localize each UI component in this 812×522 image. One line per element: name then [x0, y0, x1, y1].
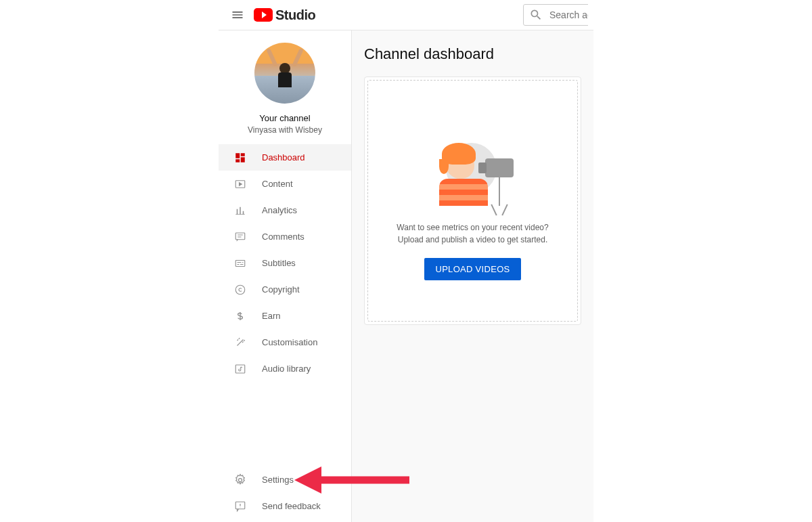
top-bar: Studio [219, 0, 593, 30]
main-panel: Channel dashboard [352, 30, 593, 522]
analytics-icon [233, 204, 247, 217]
nav-label: Copyright [262, 284, 300, 295]
svg-rect-2 [235, 260, 245, 266]
channel-avatar[interactable] [254, 43, 315, 104]
sidebar-item-audio-library[interactable]: Audio library [219, 355, 351, 382]
nav-list: Dashboard Content Analytics [219, 144, 351, 382]
sidebar-item-subtitles[interactable]: Subtitles [219, 250, 351, 276]
hamburger-menu-button[interactable] [224, 1, 251, 28]
upload-card-inner: Want to see metrics on your recent video… [367, 80, 578, 322]
earn-icon [233, 309, 247, 323]
upload-card-text: Want to see metrics on your recent video… [397, 221, 548, 246]
page-title: Channel dashboard [364, 45, 581, 63]
content-icon [233, 177, 247, 191]
nav-label: Settings [262, 475, 294, 485]
sidebar-item-settings[interactable]: Settings [219, 466, 351, 493]
settings-icon [233, 473, 247, 487]
upload-illustration [432, 142, 514, 209]
channel-info: Your channel Vinyasa with Wisbey [219, 30, 351, 144]
sidebar-item-comments[interactable]: Comments [219, 223, 351, 250]
nav-label: Customisation [262, 337, 317, 347]
sidebar-item-earn[interactable]: Earn [219, 303, 351, 329]
upload-card-text-line2: Upload and publish a video to get starte… [397, 234, 548, 246]
comments-icon [233, 230, 247, 244]
studio-logo[interactable]: Studio [254, 7, 315, 23]
nav-label: Subtitles [262, 258, 296, 268]
svg-point-3 [235, 285, 245, 295]
svg-point-5 [239, 478, 242, 481]
audio-library-icon [233, 362, 247, 376]
upload-card: Want to see metrics on your recent video… [364, 77, 581, 325]
your-channel-label: Your channel [259, 113, 310, 123]
copyright-icon [233, 283, 247, 297]
nav-label: Content [262, 179, 293, 189]
sidebar-item-copyright[interactable]: Copyright [219, 276, 351, 303]
svg-rect-4 [235, 365, 245, 373]
hamburger-icon [231, 8, 244, 22]
feedback-icon [233, 500, 247, 513]
sidebar: Your channel Vinyasa with Wisbey Dashboa… [219, 30, 352, 522]
channel-name: Vinyasa with Wisbey [248, 125, 322, 135]
youtube-play-icon [254, 8, 273, 22]
svg-rect-1 [235, 233, 245, 240]
nav-label: Comments [262, 232, 304, 242]
nav-label: Analytics [262, 205, 297, 215]
studio-logo-text: Studio [275, 7, 315, 23]
sidebar-item-customisation[interactable]: Customisation [219, 329, 351, 355]
sidebar-item-dashboard[interactable]: Dashboard [219, 144, 351, 171]
sidebar-bottom: Settings Send feedback [219, 466, 351, 522]
upload-videos-button[interactable]: UPLOAD VIDEOS [424, 258, 520, 280]
nav-label: Audio library [262, 364, 311, 374]
upload-card-text-line1: Want to see metrics on your recent video… [397, 221, 548, 234]
nav-label: Dashboard [262, 152, 305, 162]
search-icon [529, 8, 543, 22]
subtitles-icon [233, 257, 247, 270]
dashboard-icon [233, 151, 247, 165]
sidebar-item-analytics[interactable]: Analytics [219, 197, 351, 223]
customisation-icon [233, 336, 247, 349]
nav-label: Earn [262, 311, 280, 321]
sidebar-item-content[interactable]: Content [219, 171, 351, 197]
nav-label: Send feedback [262, 501, 321, 511]
search-input[interactable] [549, 9, 588, 20]
search-container[interactable] [523, 4, 588, 26]
sidebar-item-feedback[interactable]: Send feedback [219, 493, 351, 519]
